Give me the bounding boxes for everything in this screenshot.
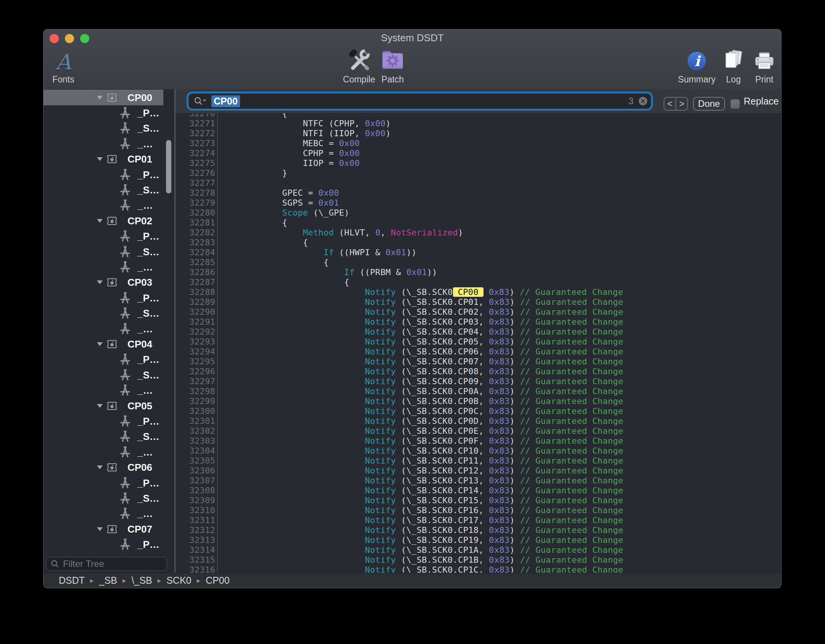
code-line[interactable]: 32281 { bbox=[176, 218, 781, 228]
code-line[interactable]: 32316 Notify (\_SB.SCK0.CP1C, 0x83) // G… bbox=[176, 565, 781, 573]
tree-item-_P[interactable]: _P… bbox=[44, 229, 163, 244]
code-line[interactable]: 32278 GPEC = 0x00 bbox=[176, 188, 781, 198]
zoom-button[interactable] bbox=[80, 34, 89, 43]
tree-item-_[interactable]: _… bbox=[44, 259, 163, 275]
code-line[interactable]: 32280 Scope (\_GPE) bbox=[176, 208, 781, 218]
tree-item-_S[interactable]: _S… bbox=[44, 121, 163, 136]
search-input[interactable]: CP00 3 bbox=[189, 93, 651, 109]
tree-item-CP05[interactable]: CP05 bbox=[44, 398, 163, 414]
breadcrumb-item-0[interactable]: DSDT bbox=[59, 575, 85, 586]
filter-tree-input[interactable]: Filter Tree bbox=[46, 557, 167, 571]
code-line[interactable]: 32304 Notify (\_SB.SCK0.CP10, 0x83) // G… bbox=[176, 446, 781, 456]
code-line[interactable]: 32307 Notify (\_SB.SCK0.CP13, 0x83) // G… bbox=[176, 476, 781, 486]
tree-item-_P[interactable]: _P… bbox=[44, 475, 163, 491]
tree-item-CP03[interactable]: CP03 bbox=[44, 275, 163, 290]
code-line[interactable]: 32282 Method (HLVT, 0, NotSerialized) bbox=[176, 228, 781, 238]
disclosure-triangle-icon[interactable] bbox=[97, 527, 103, 531]
code-line[interactable]: 32300 Notify (\_SB.SCK0.CP0C, 0x83) // G… bbox=[176, 406, 781, 416]
toolbar-fonts-button[interactable]: A Fonts bbox=[43, 45, 88, 87]
code-line[interactable]: 32275 IIOP = 0x00 bbox=[176, 158, 781, 168]
tree-item-_[interactable]: _… bbox=[44, 136, 163, 151]
tree-item-_[interactable]: _… bbox=[44, 506, 163, 522]
tree-item-_[interactable]: _… bbox=[44, 321, 163, 336]
tree-item-_S[interactable]: _S… bbox=[44, 182, 163, 198]
disclosure-triangle-icon[interactable] bbox=[97, 95, 103, 100]
code-line[interactable]: 32298 Notify (\_SB.SCK0.CP0A, 0x83) // G… bbox=[176, 386, 781, 396]
tree-item-CP06[interactable]: CP06 bbox=[44, 460, 163, 475]
code-line[interactable]: 32313 Notify (\_SB.SCK0.CP19, 0x83) // G… bbox=[176, 535, 781, 545]
code-line[interactable]: 32283 { bbox=[176, 238, 781, 248]
breadcrumb-item-1[interactable]: _SB bbox=[99, 575, 117, 586]
code-line[interactable]: 32279 SGPS = 0x01 bbox=[176, 198, 781, 208]
disclosure-triangle-icon[interactable] bbox=[97, 219, 103, 223]
code-line[interactable]: 32291 Notify (\_SB.SCK0.CP03, 0x83) // G… bbox=[176, 317, 781, 327]
disclosure-triangle-icon[interactable] bbox=[97, 465, 103, 470]
code-line[interactable]: 32293 Notify (\_SB.SCK0.CP05, 0x83) // G… bbox=[176, 337, 781, 347]
code-line[interactable]: 32294 Notify (\_SB.SCK0.CP06, 0x83) // G… bbox=[176, 347, 781, 357]
code-line[interactable]: 32270 { bbox=[176, 113, 781, 119]
tree-item-_[interactable]: _… bbox=[44, 198, 163, 213]
close-button[interactable] bbox=[50, 34, 59, 43]
tree-item-_[interactable]: _… bbox=[44, 383, 163, 398]
tree-item-CP04[interactable]: CP04 bbox=[44, 336, 163, 352]
tree-item-CP02[interactable]: CP02 bbox=[44, 213, 163, 229]
code-line[interactable]: 32287 { bbox=[176, 277, 781, 287]
tree-item-CP07[interactable]: CP07 bbox=[44, 521, 163, 537]
tree-item-_S[interactable]: _S… bbox=[44, 306, 163, 321]
code-line[interactable]: 32272 NTFI (IIOP, 0x00) bbox=[176, 129, 781, 138]
code-line[interactable]: 32301 Notify (\_SB.SCK0.CP0D, 0x83) // G… bbox=[176, 416, 781, 426]
code-line[interactable]: 32309 Notify (\_SB.SCK0.CP15, 0x83) // G… bbox=[176, 496, 781, 506]
code-line[interactable]: 32286 If ((PRBM & 0x01)) bbox=[176, 267, 781, 277]
tree-item-CP00[interactable]: CP00 bbox=[44, 90, 163, 105]
code-line[interactable]: 32292 Notify (\_SB.SCK0.CP04, 0x83) // G… bbox=[176, 327, 781, 337]
tree-item-_S[interactable]: _S… bbox=[44, 490, 163, 506]
code-line[interactable]: 32296 Notify (\_SB.SCK0.CP08, 0x83) // G… bbox=[176, 367, 781, 377]
code-line[interactable]: 32277 bbox=[176, 178, 781, 188]
sidebar-scrollbar-thumb[interactable] bbox=[166, 140, 171, 193]
code-line[interactable]: 32274 CPHP = 0x00 bbox=[176, 148, 781, 158]
code-line[interactable]: 32276 } bbox=[176, 168, 781, 178]
disclosure-triangle-icon[interactable] bbox=[97, 157, 103, 161]
code-line[interactable]: 32271 NTFC (CPHP, 0x00) bbox=[176, 119, 781, 129]
code-line[interactable]: 32289 Notify (\_SB.SCK0.CP01, 0x83) // G… bbox=[176, 297, 781, 307]
tree-item-_P[interactable]: _P… bbox=[44, 105, 163, 121]
done-button[interactable]: Done bbox=[693, 97, 725, 111]
tree-item-_P[interactable]: _P… bbox=[44, 352, 163, 367]
code-line[interactable]: 32297 Notify (\_SB.SCK0.CP09, 0x83) // G… bbox=[176, 377, 781, 386]
find-previous-button[interactable]: < bbox=[664, 98, 675, 110]
tree-item-CP01[interactable]: CP01 bbox=[44, 151, 163, 167]
code-line[interactable]: 32308 Notify (\_SB.SCK0.CP14, 0x83) // G… bbox=[176, 486, 781, 496]
code-line[interactable]: 32314 Notify (\_SB.SCK0.CP1A, 0x83) // G… bbox=[176, 545, 781, 555]
toolbar-patch-button[interactable]: Patch bbox=[368, 45, 417, 87]
breadcrumb-item-3[interactable]: SCK0 bbox=[166, 575, 191, 586]
tree-item-_S[interactable]: _S… bbox=[44, 429, 163, 444]
disclosure-triangle-icon[interactable] bbox=[97, 280, 103, 285]
tree-item-_[interactable]: _… bbox=[44, 444, 163, 460]
code-line[interactable]: 32315 Notify (\_SB.SCK0.CP1B, 0x83) // G… bbox=[176, 555, 781, 565]
code-line[interactable]: 32299 Notify (\_SB.SCK0.CP0B, 0x83) // G… bbox=[176, 396, 781, 406]
replace-checkbox[interactable] bbox=[730, 99, 740, 109]
breadcrumb-item-4[interactable]: CP00 bbox=[206, 575, 230, 586]
toolbar-print-button[interactable]: Print bbox=[740, 45, 781, 87]
clear-search-button[interactable] bbox=[639, 97, 647, 105]
code-line[interactable]: 32303 Notify (\_SB.SCK0.CP0F, 0x83) // G… bbox=[176, 436, 781, 446]
disclosure-triangle-icon[interactable] bbox=[97, 404, 103, 408]
search-menu-icon[interactable] bbox=[194, 96, 208, 106]
find-next-button[interactable]: > bbox=[675, 98, 687, 110]
breadcrumb-item-2[interactable]: \_SB bbox=[131, 575, 152, 586]
tree-item-_S[interactable]: _S… bbox=[44, 244, 163, 259]
code-line[interactable]: 32288 Notify (\_SB.SCK0CP00 0x83) // Gua… bbox=[176, 287, 781, 297]
code-line[interactable]: 32302 Notify (\_SB.SCK0.CP0E, 0x83) // G… bbox=[176, 426, 781, 436]
code-line[interactable]: 32273 MEBC = 0x00 bbox=[176, 138, 781, 148]
tree-item-_P[interactable]: _P… bbox=[44, 537, 163, 552]
minimize-button[interactable] bbox=[65, 34, 74, 43]
tree-item-_P[interactable]: _P… bbox=[44, 413, 163, 429]
code-line[interactable]: 32310 Notify (\_SB.SCK0.CP16, 0x83) // G… bbox=[176, 506, 781, 515]
code-line[interactable]: 32285 { bbox=[176, 258, 781, 267]
disclosure-triangle-icon[interactable] bbox=[97, 342, 103, 346]
tree-item-_S[interactable]: _S… bbox=[44, 367, 163, 383]
code-line[interactable]: 32312 Notify (\_SB.SCK0.CP18, 0x83) // G… bbox=[176, 525, 781, 535]
code-line[interactable]: 32284 If ((HWPI & 0x01)) bbox=[176, 248, 781, 258]
code-line[interactable]: 32311 Notify (\_SB.SCK0.CP17, 0x83) // G… bbox=[176, 515, 781, 525]
code-line[interactable]: 32305 Notify (\_SB.SCK0.CP11, 0x83) // G… bbox=[176, 456, 781, 466]
